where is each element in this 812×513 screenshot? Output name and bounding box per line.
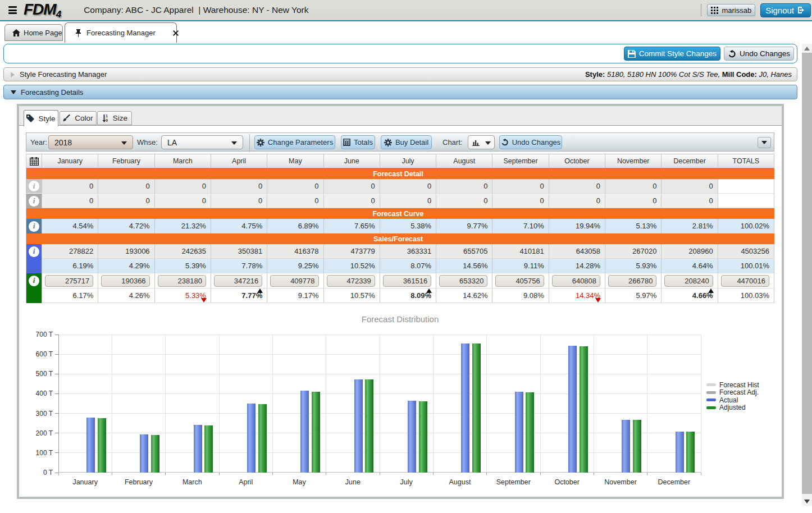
info-icon: i [29,246,39,257]
adjusted-pct-cell: 5.33% [155,288,211,303]
sales-actual-pct-cell: 4.64% [662,259,718,273]
adjusted-forecast-input[interactable] [101,275,149,287]
year-label: Year: [30,135,47,149]
row-info-icon-cell[interactable]: i [26,179,42,194]
triangle-down-icon [804,500,810,503]
info-icon: i [29,181,39,191]
tab-home-page[interactable]: Home Page [4,24,63,41]
adjusted-info-icon-cell[interactable]: i [26,273,42,303]
increase-arrow-icon [708,288,714,293]
scrollbar-thumb[interactable] [802,53,812,494]
legend-swatch [706,399,716,401]
x-axis-label: November [594,478,647,486]
adjusted-forecast-input[interactable] [608,275,656,287]
year-select[interactable]: 2018 [48,135,133,149]
tab-style[interactable]: Style [24,110,58,126]
actual-bar-october [568,346,577,473]
scroll-down-button[interactable] [802,497,812,506]
forecast-detail-cell: 0 [324,179,380,194]
change-parameters-button[interactable]: Change Parameters [254,135,335,149]
company-value: ABC - JC Apparel [125,5,193,15]
adjusted-forecast-input[interactable] [45,275,93,287]
undo-changes-button[interactable]: Undo Changes [724,47,794,61]
actual-bar-november [622,420,630,473]
sales-actual-cell: 410181 [492,244,549,259]
adjusted-total-input[interactable] [721,275,769,287]
adjusted-forecast-input[interactable] [383,275,431,287]
adjusted-forecast-input[interactable] [158,275,206,287]
menu-icon[interactable] [8,6,17,14]
legend-swatch [706,383,716,386]
adjusted-forecast-input[interactable] [270,275,318,287]
actual-bar-february [140,434,148,473]
adjusted-forecast-input[interactable] [327,275,375,287]
undo-changes-toolbar-button[interactable]: Undo Changes [499,135,562,149]
buy-detail-button[interactable]: Buy Detail [381,135,432,149]
v-gridline [647,335,647,473]
adjusted-bar-november [633,420,641,473]
adjusted-forecast-input[interactable] [664,275,713,287]
x-axis-tick [486,473,487,475]
topbar: FDM4 Company: ABC - JC Apparel | Warehou… [0,0,812,21]
adjusted-input-cell [436,273,492,288]
sales-info-icon-cell[interactable]: i [26,244,42,273]
actual-bar-june [354,379,363,473]
x-axis-label: September [487,478,540,486]
forecasting-details-header[interactable]: Forecasting Details [3,85,797,99]
y-axis-label: 300 T [27,410,53,418]
tab-size[interactable]: 19 Size [97,111,132,125]
adjusted-pct-cell: 4.66% [662,288,718,303]
style-forecasting-manager-header[interactable]: Style Forecasting Manager Style: 5180, 5… [3,67,797,81]
y-axis-label: 400 T [27,390,53,397]
adjusted-total-cell [718,273,774,288]
grid-icon [711,7,718,14]
user-menu-button[interactable]: marissab [707,4,755,16]
v-gridline [486,335,487,473]
details-tabstrip: Style Color 19 Size [19,106,782,126]
tab-forecasting-manager[interactable]: Forecasting Manager [65,22,177,43]
adjusted-forecast-input[interactable] [214,275,262,287]
close-tab-icon[interactable] [173,30,179,36]
company-warehouse-info: Company: ABC - JC Apparel | Warehouse: N… [84,5,308,15]
commit-style-changes-button[interactable]: Commit Style Changes [624,47,720,61]
adjusted-forecast-input[interactable] [495,275,544,287]
adjusted-input-cell [380,273,436,288]
year-value: 2018 [54,138,72,147]
x-axis-tick [433,473,434,475]
sales-actual-cell: 643058 [549,244,605,259]
vertical-scrollbar[interactable] [802,44,812,506]
v-gridline [380,335,380,473]
forecast-detail-cell: 0 [436,194,492,208]
totals-button[interactable]: Totals [341,135,375,149]
tab-color[interactable]: Color [60,111,97,125]
adjusted-bar-july [419,401,427,473]
x-axis-tick [165,473,166,475]
sales-actual-cell: 350381 [211,244,267,259]
forecast-detail-total-cell [718,194,774,208]
toolbar-overflow-dropdown[interactable] [758,137,771,148]
signout-label: Signout [765,6,794,15]
info-icon: i [29,276,39,286]
y-axis-label: 700 T [27,331,53,338]
forecasting-details-content: Style Color 19 Size Year: 2018 Whse: [17,104,784,499]
month-header-april: April [211,154,267,168]
adjusted-input-cell [492,273,549,288]
adjusted-forecast-input[interactable] [552,275,600,287]
sales-actual-pct-total-cell: 100.01% [718,259,774,273]
signout-icon [797,6,806,14]
whse-select[interactable]: LA [161,135,243,149]
adjusted-pct-cell: 10.57% [324,288,380,303]
signout-button[interactable]: Signout [760,3,811,17]
v-gridline [165,335,166,473]
chart-type-select[interactable] [468,135,495,149]
adjusted-bar-december [686,432,695,473]
scroll-up-button[interactable] [802,44,812,53]
adjusted-input-cell [267,273,323,288]
month-header-december: December [662,154,718,168]
row-info-icon-cell[interactable]: i [26,194,42,208]
chart-title: Forecast Distribution [26,314,774,324]
adjusted-forecast-input[interactable] [439,275,487,287]
adjusted-bar-april [258,404,267,473]
curve-info-icon-cell[interactable]: i [26,219,42,233]
adjusted-pct-cell: 9.08% [492,288,549,303]
